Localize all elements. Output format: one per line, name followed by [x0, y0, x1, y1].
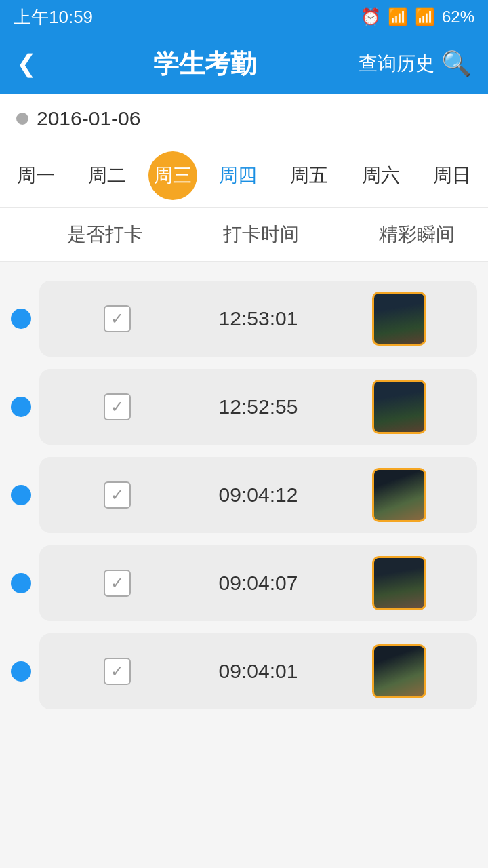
- table-header: 是否打卡 打卡时间 精彩瞬间: [0, 208, 488, 262]
- moment-photo[interactable]: [372, 468, 426, 522]
- back-button[interactable]: ❮: [16, 50, 50, 78]
- checked-checkbox[interactable]: [104, 570, 131, 597]
- moment-photo[interactable]: [372, 644, 426, 698]
- checked-checkbox[interactable]: [104, 658, 131, 685]
- check-cell: [53, 481, 181, 509]
- row-card[interactable]: 09:04:07: [39, 545, 477, 621]
- checked-checkbox[interactable]: [104, 393, 131, 420]
- weekday-wednesday[interactable]: 周三: [148, 151, 197, 200]
- row-indicator-dot: [11, 309, 31, 329]
- weekday-monday[interactable]: 周一: [5, 151, 66, 200]
- checkin-time: 12:53:01: [181, 307, 335, 330]
- check-cell: [53, 658, 181, 685]
- photo-cell[interactable]: [336, 644, 464, 698]
- status-bar: 上午10:59 ⏰ 📶 📶 62%: [0, 0, 488, 34]
- checkin-time: 09:04:07: [181, 572, 335, 595]
- battery-level: 62%: [442, 7, 474, 26]
- table-row: 09:04:12: [11, 457, 477, 533]
- checked-checkbox[interactable]: [104, 305, 131, 332]
- date-row: 2016-01-06: [0, 94, 488, 144]
- checked-checkbox[interactable]: [104, 481, 131, 509]
- checkin-time: 09:04:12: [181, 484, 335, 507]
- row-card[interactable]: 12:53:01: [39, 281, 477, 357]
- page-title: 学生考勤: [50, 47, 359, 81]
- moment-photo[interactable]: [372, 556, 426, 610]
- weekday-sunday[interactable]: 周日: [422, 151, 483, 200]
- table-row: 12:52:55: [11, 369, 477, 445]
- check-cell: [53, 570, 181, 597]
- status-time: 上午10:59: [14, 5, 93, 29]
- date-indicator-dot: [16, 113, 28, 125]
- col-header-checked: 是否打卡: [34, 222, 176, 248]
- header-right-actions: 查询历史 🔍: [359, 50, 472, 78]
- row-indicator-dot: [11, 573, 31, 593]
- row-indicator-dot: [11, 397, 31, 417]
- history-label[interactable]: 查询历史: [359, 51, 434, 77]
- wifi-icon: 📶: [388, 7, 408, 26]
- check-cell: [53, 393, 181, 420]
- table-row: 12:53:01: [11, 281, 477, 357]
- moment-photo[interactable]: [372, 292, 426, 346]
- col-header-time: 打卡时间: [176, 222, 346, 248]
- attendance-list: 12:53:01 12:52:55 09:04:12: [0, 262, 488, 728]
- current-date: 2016-01-06: [37, 107, 140, 130]
- row-card[interactable]: 12:52:55: [39, 369, 477, 445]
- weekday-thursday[interactable]: 周四: [207, 151, 268, 200]
- col-header-photo: 精彩瞬间: [346, 222, 488, 248]
- photo-cell[interactable]: [336, 556, 464, 610]
- alarm-icon: ⏰: [361, 7, 381, 26]
- weekday-saturday[interactable]: 周六: [350, 151, 411, 200]
- checkin-time: 09:04:01: [181, 660, 335, 683]
- photo-cell[interactable]: [336, 380, 464, 434]
- signal-icon: 📶: [415, 7, 435, 26]
- weekday-friday[interactable]: 周五: [279, 151, 340, 200]
- app-header: ❮ 学生考勤 查询历史 🔍: [0, 34, 488, 94]
- row-card[interactable]: 09:04:01: [39, 633, 477, 709]
- status-icons: ⏰ 📶 📶 62%: [361, 7, 474, 26]
- row-card[interactable]: 09:04:12: [39, 457, 477, 533]
- checkin-time: 12:52:55: [181, 395, 335, 418]
- photo-cell[interactable]: [336, 292, 464, 346]
- week-selector: 周一 周二 周三 周四 周五 周六 周日: [0, 144, 488, 208]
- row-indicator-dot: [11, 661, 31, 682]
- search-icon[interactable]: 🔍: [441, 50, 472, 78]
- table-row: 09:04:01: [11, 633, 477, 709]
- row-indicator-dot: [11, 485, 31, 505]
- photo-cell[interactable]: [336, 468, 464, 522]
- back-icon: ❮: [16, 50, 37, 77]
- check-cell: [53, 305, 181, 332]
- table-row: 09:04:07: [11, 545, 477, 621]
- weekday-tuesday[interactable]: 周二: [77, 151, 138, 200]
- moment-photo[interactable]: [372, 380, 426, 434]
